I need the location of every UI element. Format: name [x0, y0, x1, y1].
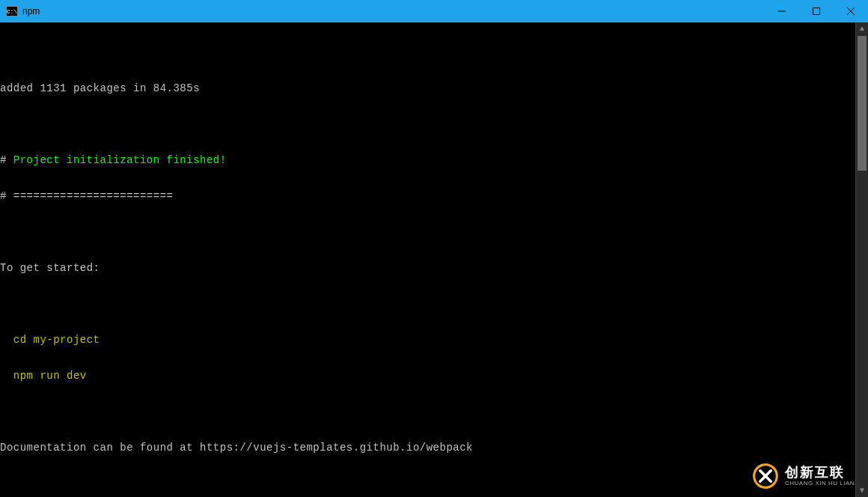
scrollbar-thumb[interactable] [858, 36, 867, 171]
watermark: 创新互联 CHUANG XIN HU LIAN [752, 463, 855, 490]
watermark-logo-icon [752, 463, 779, 490]
terminal-content[interactable]: added 1131 packages in 84.385s # Project… [0, 22, 855, 497]
maximize-button[interactable] [799, 0, 834, 22]
window-controls [765, 0, 868, 22]
output-line: added 1131 packages in 84.385s [0, 82, 855, 94]
terminal-area: added 1131 packages in 84.385s # Project… [0, 22, 868, 497]
output-line: To get started: [0, 262, 855, 274]
close-button[interactable] [834, 0, 868, 22]
minimize-button[interactable] [765, 0, 799, 22]
watermark-cn: 创新互联 [785, 466, 855, 481]
scroll-up-button[interactable]: ▲ [856, 22, 868, 35]
output-line: npm run dev [0, 370, 855, 382]
watermark-text: 创新互联 CHUANG XIN HU LIAN [785, 466, 855, 487]
window-titlebar[interactable]: C:\ npm [0, 0, 868, 22]
vertical-scrollbar[interactable]: ▲ ▼ [855, 22, 868, 497]
output-line: # ======================== [0, 190, 855, 202]
svg-rect-1 [813, 8, 820, 15]
output-line: # Project initialization finished! [0, 154, 855, 166]
titlebar-left: C:\ npm [6, 6, 40, 16]
output-line: cd my-project [0, 334, 855, 346]
output-line: Documentation can be found at https://vu… [0, 442, 855, 454]
cmd-icon: C:\ [6, 6, 18, 16]
window-title: npm [22, 6, 40, 16]
scroll-down-button[interactable]: ▼ [856, 484, 868, 497]
watermark-en: CHUANG XIN HU LIAN [785, 481, 855, 487]
